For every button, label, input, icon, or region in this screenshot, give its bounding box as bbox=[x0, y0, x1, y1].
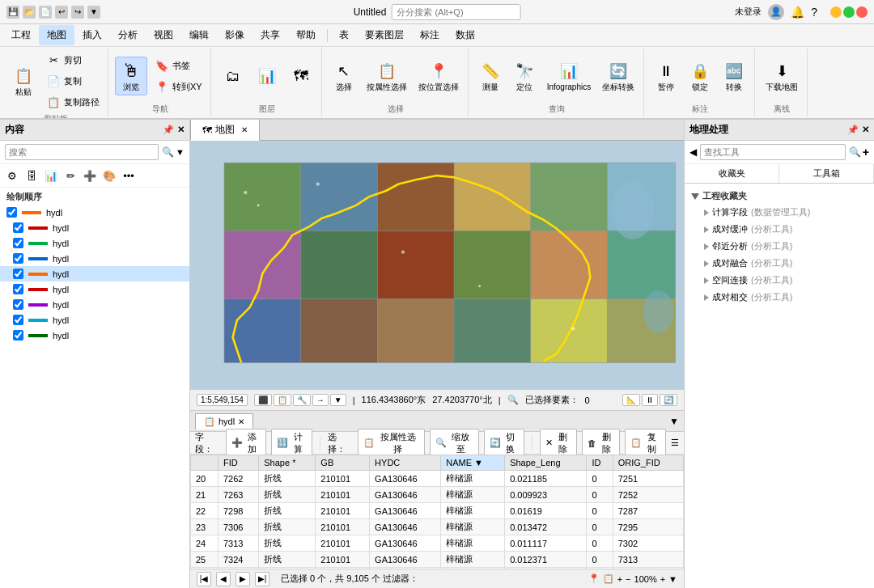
right-panel-close-icon[interactable]: ✕ bbox=[862, 125, 869, 135]
tool-spatial-join[interactable]: 空间连接 (分析工具) bbox=[691, 272, 868, 289]
menu-edit[interactable]: 编辑 bbox=[181, 25, 217, 45]
col-hydc[interactable]: HYDC bbox=[370, 455, 441, 471]
new-icon[interactable]: 📄 bbox=[39, 6, 52, 19]
table-row[interactable]: 21 7263 折线 210101 GA130646 梓槠源 0.009923 … bbox=[191, 487, 684, 503]
table-menu-icon[interactable]: ☰ bbox=[671, 438, 679, 448]
table-row[interactable]: 25 7324 折线 210101 GA130646 梓槠源 0.012371 … bbox=[191, 552, 684, 568]
menu-share[interactable]: 共享 bbox=[252, 25, 288, 45]
sidebar-pin-icon[interactable]: 📌 bbox=[163, 125, 174, 135]
last-page-btn[interactable]: ▶| bbox=[255, 572, 269, 586]
menu-map[interactable]: 地图 bbox=[39, 25, 74, 45]
layer-item[interactable]: hydl bbox=[0, 251, 189, 266]
layer-btn3[interactable]: 🗺 bbox=[286, 62, 316, 90]
more-icon[interactable]: ▼ bbox=[87, 6, 100, 19]
map-scale-btn[interactable]: 1:5,549,154 bbox=[197, 394, 248, 406]
sidebar-add-btn[interactable]: ➕ bbox=[81, 167, 99, 184]
pause-label-button[interactable]: ⏸ 暂停 bbox=[651, 57, 681, 95]
layer-checkbox[interactable] bbox=[13, 269, 23, 279]
menu-feature-layer[interactable]: 要素图层 bbox=[357, 25, 412, 45]
tool-near-analysis[interactable]: 邻近分析 (分析工具) bbox=[691, 238, 868, 255]
prev-page-btn[interactable]: ◀ bbox=[216, 572, 231, 586]
add-field-button[interactable]: ➕ 添加 bbox=[226, 429, 267, 458]
browse-button[interactable]: 🖱 浏览 bbox=[115, 57, 147, 95]
layer-item[interactable]: hydl bbox=[0, 312, 189, 328]
download-map-button[interactable]: ⬇ 下载地图 bbox=[762, 57, 802, 95]
layer-checkbox[interactable] bbox=[13, 330, 23, 341]
location-select-button[interactable]: 📍 按位置选择 bbox=[414, 57, 463, 95]
next-page-btn[interactable]: ▶ bbox=[235, 572, 250, 586]
footer-icon1[interactable]: 📍 bbox=[588, 573, 600, 584]
locate-button[interactable]: 🔭 定位 bbox=[509, 57, 540, 95]
map-canvas[interactable] bbox=[190, 141, 684, 389]
menu-help[interactable]: 帮助 bbox=[288, 25, 324, 45]
zoom-to-btn[interactable]: 🔍 缩放至 bbox=[430, 429, 479, 458]
layer-item-selected[interactable]: hydl bbox=[0, 266, 189, 281]
sidebar-more-btn[interactable]: ••• bbox=[120, 167, 138, 184]
layer-item[interactable]: hydl bbox=[0, 328, 189, 343]
copy-button[interactable]: 📄 复制 bbox=[42, 71, 103, 91]
tab-toolbox[interactable]: 工具箱 bbox=[779, 164, 874, 183]
nav-drop-icon[interactable]: ▼ bbox=[330, 394, 346, 406]
right-panel-pin-icon[interactable]: 📌 bbox=[847, 125, 859, 135]
tool-pair-intersect[interactable]: 成对相交 (分析工具) bbox=[691, 289, 868, 306]
measure-button[interactable]: 📏 测量 bbox=[475, 57, 506, 95]
sidebar-line-btn[interactable]: ✏ bbox=[62, 167, 79, 184]
nav-arrow-icon[interactable]: → bbox=[312, 394, 329, 406]
cut-button[interactable]: ✂ 剪切 bbox=[42, 50, 103, 70]
help-icon[interactable]: ? bbox=[811, 6, 817, 19]
tool-pair-buffer[interactable]: 成对缓冲 (分析工具) bbox=[691, 221, 868, 238]
tool-pair-dissolve[interactable]: 成对融合 (分析工具) bbox=[691, 255, 868, 272]
layer-checkbox[interactable] bbox=[13, 299, 23, 310]
sidebar-table-btn[interactable]: 📊 bbox=[42, 167, 60, 184]
col-shape[interactable]: Shape * bbox=[259, 455, 316, 471]
menu-view[interactable]: 视图 bbox=[146, 25, 181, 45]
infographics-button[interactable]: 📊 Infographics bbox=[543, 57, 595, 95]
layer-item[interactable]: hydl bbox=[0, 220, 189, 235]
col-orig-fid[interactable]: ORIG_FID bbox=[613, 455, 683, 471]
table-row[interactable]: 20 7262 折线 210101 GA130646 梓槠源 0.021185 … bbox=[191, 471, 684, 487]
right-add-icon[interactable]: + bbox=[863, 146, 869, 159]
layer-checkbox[interactable] bbox=[13, 315, 23, 325]
paste-button[interactable]: 📋 粘贴 bbox=[8, 62, 39, 99]
maximize-button[interactable] bbox=[843, 6, 855, 18]
map-pause-icon[interactable]: ⏸ bbox=[642, 394, 658, 406]
zoom-box-icon[interactable]: ⬛ bbox=[254, 394, 272, 406]
layer-checkbox[interactable] bbox=[6, 207, 17, 218]
zoom-drop[interactable]: ▼ bbox=[668, 574, 677, 584]
menu-labeling[interactable]: 标注 bbox=[412, 25, 448, 45]
layer-item[interactable]: hydl bbox=[0, 235, 189, 251]
layer-checkbox[interactable] bbox=[13, 253, 23, 264]
col-gb[interactable]: GB bbox=[316, 455, 370, 471]
layer-btn1[interactable]: 🗂 bbox=[218, 62, 248, 90]
sidebar-search-input[interactable] bbox=[5, 144, 159, 160]
switch-btn[interactable]: 🔄 切换 bbox=[484, 429, 525, 458]
menu-imagery[interactable]: 影像 bbox=[217, 25, 252, 45]
table-row[interactable]: 24 7313 折线 210101 GA130646 梓槠源 0.011117 … bbox=[191, 535, 684, 552]
col-name[interactable]: NAME ▼ bbox=[441, 455, 505, 471]
layer-checkbox[interactable] bbox=[13, 284, 23, 294]
tool-calc-field[interactable]: 计算字段 (数据管理工具) bbox=[691, 204, 868, 221]
close-button[interactable] bbox=[856, 6, 868, 18]
menu-project[interactable]: 工程 bbox=[3, 25, 39, 45]
map-refresh-icon[interactable]: 🔄 bbox=[660, 394, 677, 406]
sidebar-paint-btn[interactable]: 🎨 bbox=[100, 167, 118, 184]
menu-table[interactable]: 表 bbox=[331, 25, 357, 45]
menu-insert[interactable]: 插入 bbox=[74, 25, 110, 45]
calc-button[interactable]: 🔢 计算 bbox=[271, 429, 312, 458]
tab-favorites[interactable]: 收藏夹 bbox=[685, 164, 779, 183]
layer-item[interactable]: hydl bbox=[0, 281, 189, 297]
zoom-plus[interactable]: + bbox=[660, 574, 665, 584]
right-search-input[interactable] bbox=[700, 144, 846, 160]
menu-data[interactable]: 数据 bbox=[448, 25, 483, 45]
attr-select-button[interactable]: 📋 按属性选择 bbox=[363, 57, 411, 95]
goto-xy-button[interactable]: 📍 转到XY bbox=[151, 77, 206, 96]
nav-tool-icon[interactable]: 🔧 bbox=[293, 394, 311, 406]
right-search-icon[interactable]: 🔍 bbox=[849, 146, 861, 158]
footer-icon2[interactable]: 📋 bbox=[603, 573, 614, 584]
attr-table-tab[interactable]: 📋 hydl ✕ bbox=[195, 413, 253, 429]
table-row[interactable]: 22 7298 折线 210101 GA130646 梓槠源 0.01619 0… bbox=[191, 503, 684, 519]
remove-btn[interactable]: ✕ 删除 bbox=[540, 429, 577, 458]
bookmark-button[interactable]: 🔖 书签 bbox=[151, 56, 206, 75]
col-fid[interactable]: FID bbox=[218, 455, 258, 471]
layer-checkbox[interactable] bbox=[13, 238, 23, 248]
